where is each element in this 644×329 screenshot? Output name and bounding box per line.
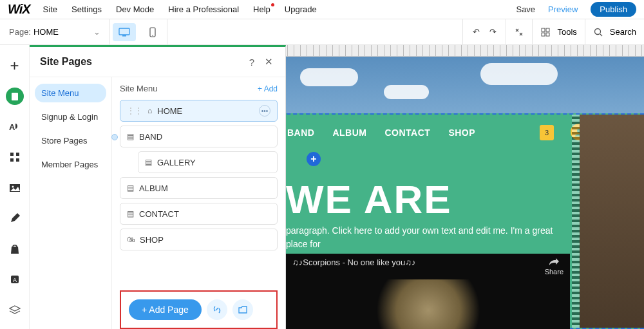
page-label: BAND xyxy=(139,132,162,142)
panel-help-button[interactable]: ? xyxy=(245,57,258,68)
video-title: ♫♪Scorpions - No one like you♫♪ xyxy=(292,258,415,267)
page-icon xyxy=(10,92,19,101)
nav-store-pages[interactable]: Store Pages xyxy=(35,131,106,150)
notification-dot xyxy=(271,3,274,6)
publish-button[interactable]: Publish xyxy=(591,2,636,17)
bag-icon xyxy=(10,244,19,254)
page-selector[interactable]: Page: HOME ⌄ xyxy=(0,27,109,37)
menu-dev-mode[interactable]: Dev Mode xyxy=(116,5,154,14)
svg-text:A: A xyxy=(13,277,17,283)
page-row-shop[interactable]: 🛍 SHOP xyxy=(120,229,278,250)
nav-contact[interactable]: CONTACT xyxy=(385,127,431,138)
page-link-button[interactable] xyxy=(207,299,227,320)
zoom-out-button[interactable] xyxy=(514,27,524,37)
svg-point-17 xyxy=(12,185,14,187)
collapse-dot-icon[interactable] xyxy=(111,134,118,140)
svg-point-8 xyxy=(594,28,600,34)
add-menu-item-link[interactable]: + Add xyxy=(258,84,278,93)
editor-toolbar: Page: HOME ⌄ ↶ ↷ Tools Search xyxy=(0,19,644,45)
tools-label: Tools xyxy=(557,27,576,37)
page-list: ⋮⋮ ⌂ HOME ••• ▤ BAND ▤ GALLERY ▤ ALBUM xyxy=(120,100,278,250)
layers-button[interactable] xyxy=(6,301,24,319)
pen-icon xyxy=(10,213,20,223)
tag-icon: A xyxy=(10,274,20,285)
svg-rect-15 xyxy=(16,158,19,162)
add-section-button[interactable]: + xyxy=(307,152,321,166)
panel-title: Site Pages xyxy=(40,56,92,68)
page-more-button[interactable]: ••• xyxy=(259,105,270,117)
link-icon xyxy=(213,305,222,314)
svg-line-9 xyxy=(600,34,602,36)
page-label: ALBUM xyxy=(139,183,168,193)
page-icon: ▤ xyxy=(145,158,152,167)
preview-button[interactable]: Preview xyxy=(548,5,578,14)
mobile-view-button[interactable] xyxy=(141,23,164,41)
page-folder-button[interactable] xyxy=(232,299,253,320)
nav-band[interactable]: BAND xyxy=(287,127,314,138)
page-row-home[interactable]: ⋮⋮ ⌂ HOME ••• xyxy=(120,100,278,122)
side-image xyxy=(580,115,644,328)
svg-rect-7 xyxy=(546,33,549,36)
apps-button[interactable] xyxy=(6,149,24,166)
theme-button[interactable]: A xyxy=(6,118,24,135)
add-page-button[interactable]: + Add Page xyxy=(129,299,202,320)
blog-button[interactable] xyxy=(6,210,24,227)
panel-close-button[interactable]: ✕ xyxy=(262,56,275,68)
folder-icon xyxy=(238,306,247,314)
video-thumbnail xyxy=(364,279,493,329)
svg-rect-10 xyxy=(12,93,18,100)
svg-text:A: A xyxy=(9,122,15,132)
undo-button[interactable]: ↶ xyxy=(471,27,481,37)
page-label: SHOP xyxy=(140,235,164,245)
grid-icon xyxy=(10,152,20,162)
store-button[interactable] xyxy=(6,240,24,258)
media-button[interactable] xyxy=(6,179,24,196)
search-label: Search xyxy=(610,27,636,37)
cart-icon[interactable]: 3 xyxy=(540,125,554,140)
layers-icon xyxy=(9,305,21,314)
svg-rect-6 xyxy=(542,33,545,36)
menu-site[interactable]: Site xyxy=(43,5,57,14)
svg-rect-12 xyxy=(10,153,14,156)
nav-signup-login[interactable]: Signup & Login xyxy=(35,108,106,126)
ascend-button[interactable]: A xyxy=(6,270,24,288)
page-row-band[interactable]: ▤ BAND xyxy=(120,126,278,147)
page-row-album[interactable]: ▤ ALBUM xyxy=(120,177,278,199)
menu-hire[interactable]: Hire a Professional xyxy=(168,5,239,14)
menu-upgrade[interactable]: Upgrade xyxy=(285,5,317,14)
page-label: HOME xyxy=(157,106,182,116)
menu-settings[interactable]: Settings xyxy=(71,5,102,14)
chevron-down-icon: ⌄ xyxy=(93,27,100,37)
share-button[interactable]: Share xyxy=(545,258,564,276)
page-row-gallery[interactable]: ▤ GALLERY xyxy=(138,151,278,173)
page-value: HOME xyxy=(33,27,59,37)
nav-album[interactable]: ALBUM xyxy=(332,127,366,138)
add-element-button[interactable]: + xyxy=(6,57,24,75)
tools-button[interactable]: Tools xyxy=(532,19,584,44)
pages-button[interactable] xyxy=(6,88,24,105)
home-icon: ⌂ xyxy=(147,106,152,115)
svg-rect-13 xyxy=(16,153,19,156)
nav-member-pages[interactable]: Member Pages xyxy=(35,155,106,174)
menu-help[interactable]: Help xyxy=(253,5,270,14)
search-button[interactable]: Search xyxy=(585,19,644,44)
image-icon xyxy=(9,183,21,193)
redo-button[interactable]: ↷ xyxy=(488,27,498,37)
svg-rect-1 xyxy=(122,35,126,37)
nav-shop[interactable]: SHOP xyxy=(448,127,475,138)
mobile-icon xyxy=(149,27,156,37)
top-menubar: WiX Site Settings Dev Mode Hire a Profes… xyxy=(0,0,644,19)
svg-rect-0 xyxy=(119,28,129,35)
drag-handle-icon[interactable]: ⋮⋮ xyxy=(127,106,142,115)
save-button[interactable]: Save xyxy=(516,5,535,14)
svg-rect-4 xyxy=(542,28,545,32)
wix-logo: WiX xyxy=(8,2,30,17)
svg-point-3 xyxy=(152,35,153,36)
page-row-contact[interactable]: ▤ CONTACT xyxy=(120,203,278,225)
text-theme-icon: A xyxy=(9,121,21,133)
video-embed[interactable]: ♫♪Scorpions - No one like you♫♪ Share xyxy=(286,254,570,329)
hero-title[interactable]: WE ARE xyxy=(286,176,452,222)
nav-site-menu[interactable]: Site Menu xyxy=(35,84,106,102)
page-icon: ▤ xyxy=(127,209,134,218)
desktop-view-button[interactable] xyxy=(113,23,136,41)
